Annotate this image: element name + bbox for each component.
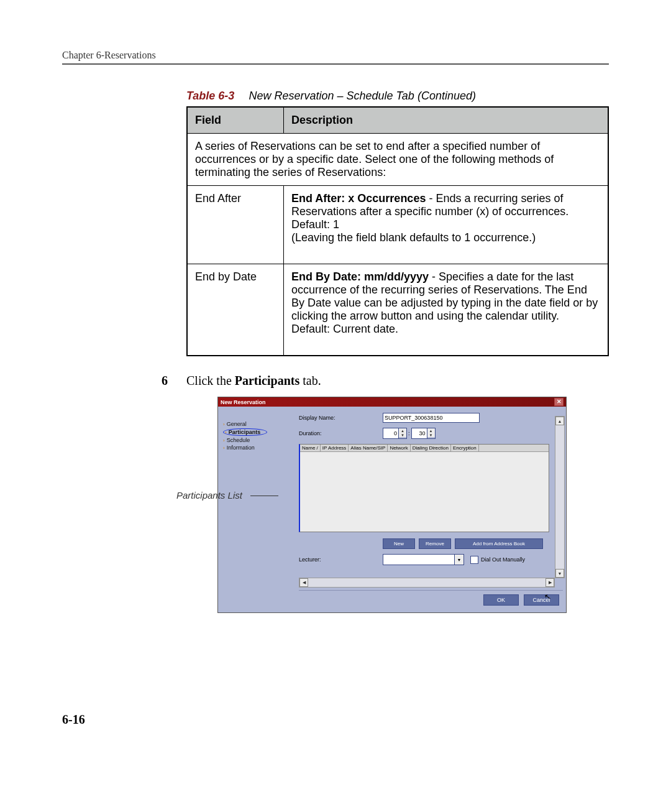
th-field: Field	[187, 107, 284, 134]
dialog-titlebar[interactable]: New Reservation ✕	[218, 397, 566, 407]
new-reservation-dialog: New Reservation ✕ › General › Participan…	[217, 397, 567, 613]
ok-button[interactable]: OK	[483, 594, 519, 606]
cursor-icon: ↖	[544, 591, 552, 602]
dialog-sidebar: › General › Participants › Schedule	[218, 407, 294, 612]
horizontal-scrollbar[interactable]: ◀ ▶	[299, 578, 555, 588]
table-caption-text: New Reservation – Schedule Tab (Continue…	[249, 90, 476, 102]
schedule-table: Field Description A series of Reservatio…	[186, 106, 609, 356]
add-from-address-book-button[interactable]: Add from Address Book	[455, 538, 543, 549]
scroll-down-icon[interactable]: ▼	[555, 569, 564, 578]
lecturer-input[interactable]	[383, 554, 455, 565]
grid-button-row: New Remove Add from Address Book	[383, 538, 563, 549]
chevron-right-icon: ›	[225, 430, 227, 435]
duration-hours-input[interactable]	[383, 428, 399, 439]
annotation-line	[250, 496, 278, 496]
th-description: Description	[284, 107, 609, 134]
chevron-right-icon: ›	[223, 438, 225, 443]
table-row: End by Date End By Date: mm/dd/yyyy - Sp…	[187, 264, 608, 356]
spin-up-icon[interactable]: ▲	[427, 428, 435, 433]
step-number: 6	[162, 374, 186, 388]
duration-minutes-input[interactable]	[411, 428, 427, 439]
spin-up-icon[interactable]: ▲	[399, 428, 406, 433]
cancel-button[interactable]: Cancel	[524, 594, 559, 606]
col-network[interactable]: Network	[388, 445, 410, 451]
display-name-input[interactable]	[383, 413, 480, 423]
dialog-title: New Reservation	[221, 399, 266, 405]
remove-button[interactable]: Remove	[419, 538, 451, 549]
step-text: Click the Participants tab.	[186, 374, 321, 388]
close-icon[interactable]: ✕	[554, 398, 564, 406]
grid-header: Name / IP Address Alias Name/SIP Network…	[300, 445, 549, 452]
chevron-right-icon: ›	[223, 422, 225, 427]
dial-out-label: Dial Out Manually	[481, 556, 525, 563]
duration-hours-spinner[interactable]: ▲▼	[383, 428, 407, 439]
dialog-footer: ↖ OK Cancel	[299, 590, 563, 609]
chevron-down-icon[interactable]: ▼	[455, 554, 464, 565]
scroll-right-icon[interactable]: ▶	[545, 578, 554, 587]
dial-out-checkbox[interactable]	[470, 556, 478, 564]
lecturer-row: Lecturer: ▼ Dial Out Manually	[299, 554, 563, 565]
sidebar-item-schedule[interactable]: › Schedule	[223, 436, 290, 444]
col-encryption[interactable]: Encryption	[451, 445, 479, 451]
new-button[interactable]: New	[383, 538, 415, 549]
desc-cell: End After: x Occurrences - Ends a recurr…	[284, 186, 609, 264]
table-intro: A series of Reservations can be set to e…	[187, 134, 608, 186]
sidebar-item-information[interactable]: › Information	[223, 444, 290, 451]
col-alias[interactable]: Alias Name/SIP	[349, 445, 388, 451]
col-name[interactable]: Name /	[300, 445, 321, 451]
display-name-label: Display Name:	[299, 415, 383, 421]
table-caption-label: Table 6-3	[186, 90, 234, 102]
highlight-ellipse: › Participants	[223, 428, 267, 436]
sidebar-item-general[interactable]: › General	[223, 420, 290, 428]
duration-label: Duration:	[299, 430, 383, 436]
scroll-up-icon[interactable]: ▲	[555, 417, 564, 425]
header-rule	[62, 63, 609, 65]
table-caption: Table 6-3 New Reservation – Schedule Tab…	[186, 90, 609, 103]
sidebar-item-participants[interactable]: › Participants	[223, 428, 290, 436]
vertical-scrollbar[interactable]: ▲ ▼	[555, 416, 565, 578]
participants-grid[interactable]: Name / IP Address Alias Name/SIP Network…	[299, 444, 549, 532]
col-ip[interactable]: IP Address	[321, 445, 349, 451]
running-header: Chapter 6-Reservations	[62, 50, 609, 61]
desc-cell: End By Date: mm/dd/yyyy - Specifies a da…	[284, 264, 609, 356]
duration-minutes-spinner[interactable]: ▲▼	[411, 428, 436, 439]
spin-down-icon[interactable]: ▼	[399, 433, 406, 437]
annotation-participants-list: Participants List	[176, 490, 242, 501]
step-6: 6 Click the Participants tab.	[162, 374, 609, 388]
spin-down-icon[interactable]: ▼	[427, 433, 435, 437]
dialog-main-panel: ▲ ▼ Display Name: Duration: ▲▼	[294, 407, 566, 612]
col-dialing[interactable]: Dialing Direction	[411, 445, 451, 451]
field-cell: End After	[187, 186, 284, 264]
duration-row: Duration: ▲▼ : ▲▼	[299, 428, 563, 439]
table-row: End After End After: x Occurrences - End…	[187, 186, 608, 264]
lecturer-combo[interactable]: ▼	[383, 554, 464, 565]
chevron-right-icon: ›	[223, 445, 225, 451]
scroll-left-icon[interactable]: ◀	[299, 578, 308, 587]
display-name-row: Display Name:	[299, 413, 563, 423]
page-number: 6-16	[62, 713, 609, 727]
lecturer-label: Lecturer:	[299, 556, 383, 563]
field-cell: End by Date	[187, 264, 284, 356]
